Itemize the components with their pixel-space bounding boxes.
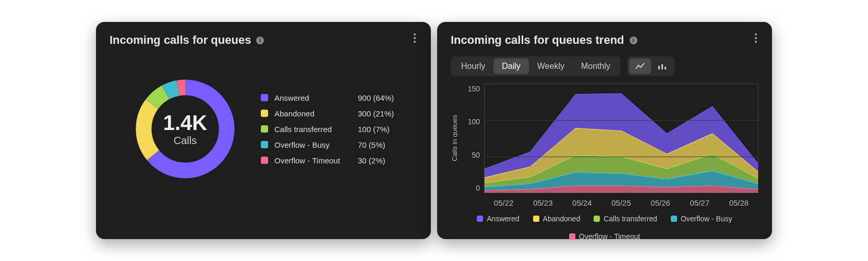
legend-item: Overflow - Busy	[671, 215, 732, 223]
title-text: Incoming calls for queues trend	[451, 33, 624, 47]
legend-label: Calls transferred	[274, 125, 358, 134]
y-tick: 150	[468, 85, 480, 93]
donut-chart: 1.4K Calls	[130, 74, 240, 184]
legend-swatch	[261, 94, 268, 101]
legend-value: 70 (5%)	[358, 140, 400, 149]
legend-label: Overflow - Busy	[681, 215, 732, 223]
legend-label: Answered	[487, 215, 519, 223]
y-tick: 0	[476, 184, 480, 192]
svg-rect-7	[665, 67, 666, 69]
legend-swatch	[477, 216, 483, 222]
legend-label: Abandoned	[274, 109, 358, 118]
legend-label: Answered	[274, 93, 358, 102]
legend-value: 900 (64%)	[358, 93, 400, 102]
legend-label: Overflow - Timeout	[274, 156, 358, 165]
title-text: Incoming calls for queues	[110, 33, 251, 47]
x-tick: 05/24	[562, 198, 601, 207]
legend-item: Answered	[477, 215, 519, 223]
legend-value: 100 (7%)	[358, 125, 400, 134]
legend-swatch	[261, 141, 268, 148]
interval-weekly[interactable]: Weekly	[529, 58, 573, 74]
card-incoming-calls-queues: Incoming calls for queues i 1.4K Calls A…	[96, 22, 431, 239]
trend-legend: AnsweredAbandonedCalls transferredOverfl…	[451, 215, 758, 241]
legend-swatch	[594, 216, 600, 222]
card-incoming-calls-trend: Incoming calls for queues trend i Hourly…	[437, 22, 772, 239]
legend-label: Calls transferred	[604, 215, 657, 223]
x-tick: 05/22	[484, 198, 523, 207]
info-icon[interactable]: i	[630, 37, 637, 44]
donut-center-label: Calls	[174, 135, 197, 147]
legend-swatch	[261, 157, 268, 164]
legend-swatch	[261, 110, 268, 117]
x-tick: 05/26	[641, 198, 680, 207]
legend-swatch	[671, 216, 677, 222]
interval-monthly[interactable]: Monthly	[573, 58, 619, 74]
legend-row: Overflow - Busy70 (5%)	[261, 137, 400, 152]
card-menu-button[interactable]	[749, 31, 763, 45]
card-menu-button[interactable]	[408, 31, 421, 45]
x-axis-ticks: 05/2205/2305/2405/2505/2605/2705/28	[484, 198, 758, 207]
x-tick: 05/28	[719, 198, 758, 207]
legend-value: 300 (21%)	[358, 109, 400, 118]
legend-label: Overflow - Busy	[274, 140, 358, 149]
legend-swatch	[261, 125, 268, 133]
legend-swatch	[569, 233, 575, 240]
svg-rect-5	[658, 66, 660, 69]
info-icon[interactable]: i	[256, 37, 264, 44]
bar-chart-icon[interactable]	[651, 58, 673, 74]
chart-type-toggle	[627, 56, 675, 76]
y-axis-label: Calls in queues	[451, 84, 460, 193]
x-tick: 05/27	[680, 198, 719, 207]
area-chart	[484, 84, 758, 193]
legend-label: Overflow - Timeout	[579, 232, 640, 241]
y-tick: 100	[468, 117, 480, 126]
interval-daily[interactable]: Daily	[493, 58, 529, 74]
legend-label: Abandoned	[543, 215, 581, 223]
card-title: Incoming calls for queues trend i	[451, 33, 758, 47]
x-tick: 05/25	[601, 198, 641, 207]
donut-center-value: 1.4K	[163, 111, 208, 135]
card-title: Incoming calls for queues i	[110, 33, 417, 47]
interval-hourly[interactable]: Hourly	[453, 58, 493, 74]
legend-row: Answered900 (64%)	[261, 90, 400, 105]
legend-row: Overflow - Timeout30 (2%)	[261, 152, 400, 168]
donut-legend: Answered900 (64%)Abandoned300 (21%)Calls…	[261, 90, 400, 168]
interval-segmented-control: HourlyDailyWeeklyMonthly	[451, 56, 621, 76]
legend-swatch	[533, 216, 539, 222]
legend-item: Overflow - Timeout	[569, 232, 640, 241]
legend-item: Calls transferred	[594, 215, 657, 223]
legend-row: Abandoned300 (21%)	[261, 105, 400, 121]
legend-row: Calls transferred100 (7%)	[261, 121, 400, 137]
legend-item: Abandoned	[533, 215, 581, 223]
line-chart-icon[interactable]	[629, 58, 651, 74]
legend-value: 30 (2%)	[358, 156, 400, 165]
svg-rect-6	[661, 64, 663, 69]
y-axis-ticks: 150100500	[460, 84, 484, 193]
x-tick: 05/23	[523, 198, 562, 207]
y-tick: 50	[472, 151, 480, 159]
